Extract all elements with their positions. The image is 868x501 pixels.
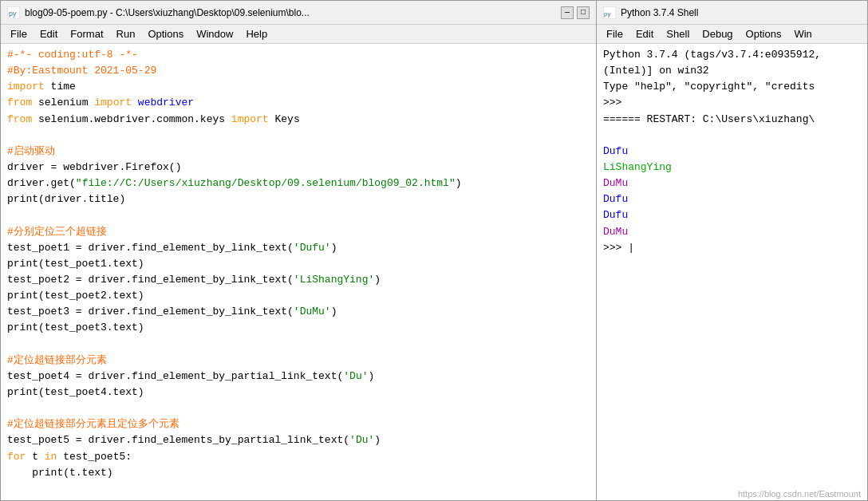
right-window-title: Python 3.7.4 Shell — [621, 7, 698, 18]
shell-prompt-final: >>> | — [603, 240, 861, 256]
code-line-24: #定位超链接部分元素且定位多个元素 — [7, 416, 590, 432]
menu-options[interactable]: Options — [141, 26, 190, 41]
code-line-16: print(test_poet2.text) — [7, 288, 590, 304]
code-line-11 — [7, 207, 590, 223]
minimize-button[interactable]: — — [561, 6, 574, 19]
left-menu-bar: File Edit Format Run Options Window Help — [1, 25, 596, 44]
python-file-icon: py — [7, 6, 20, 19]
menu-format[interactable]: Format — [64, 26, 109, 41]
shell-menu-edit[interactable]: Edit — [629, 26, 660, 41]
code-line-18: print(test_poet3.text) — [7, 320, 590, 336]
shell-line-1: Python 3.7.4 (tags/v3.7.4:e0935912, — [603, 47, 861, 63]
code-line-4: from selenium import webdriver — [7, 95, 590, 111]
code-line-5: from selenium.webdriver.common.keys impo… — [7, 112, 590, 128]
shell-menu-win[interactable]: Win — [787, 26, 818, 41]
left-editor-window: py blog09-05-poem.py - C:\Users\xiuzhang… — [0, 0, 597, 501]
code-line-20: #定位超链接部分元素 — [7, 353, 590, 369]
window-controls[interactable]: — □ — [561, 6, 590, 19]
code-line-15: test_poet2 = driver.find_element_by_link… — [7, 272, 590, 288]
shell-menu-file[interactable]: File — [600, 26, 629, 41]
maximize-button[interactable]: □ — [577, 6, 590, 19]
shell-output-lishangying: LiShangYing — [603, 160, 861, 176]
code-line-13: test_poet1 = driver.find_element_by_link… — [7, 240, 590, 256]
menu-help[interactable]: Help — [239, 26, 274, 41]
menu-window[interactable]: Window — [190, 26, 239, 41]
shell-line-6 — [603, 128, 861, 144]
code-line-7: #启动驱动 — [7, 144, 590, 160]
shell-output-dumu1: DuMu — [603, 176, 861, 191]
shell-output-dufu1: Dufu — [603, 144, 861, 160]
shell-output-dufu3: Dufu — [603, 207, 861, 223]
code-line-17: test_poet3 = driver.find_element_by_link… — [7, 304, 590, 320]
code-line-27: print(t.text) — [7, 465, 590, 481]
menu-run[interactable]: Run — [110, 26, 142, 41]
svg-text:py: py — [604, 10, 610, 18]
shell-output-dumu2: DuMu — [603, 224, 861, 240]
code-line-19 — [7, 337, 590, 353]
shell-menu-shell[interactable]: Shell — [660, 26, 696, 41]
shell-output-area: Python 3.7.4 (tags/v3.7.4:e0935912, (Int… — [597, 44, 867, 487]
shell-menu-options[interactable]: Options — [740, 26, 788, 41]
shell-line-2: (Intel)] on win32 — [603, 63, 861, 79]
right-title-bar: py Python 3.7.4 Shell — [597, 1, 867, 25]
right-shell-window: py Python 3.7.4 Shell File Edit Shell De… — [597, 0, 868, 501]
code-line-21: test_poet4 = driver.find_element_by_part… — [7, 369, 590, 385]
code-line-3: import time — [7, 79, 590, 95]
code-line-14: print(test_poet1.text) — [7, 256, 590, 272]
code-line-22: print(test_poet4.text) — [7, 385, 590, 400]
shell-line-3: Type "help", "copyright", "credits — [603, 79, 861, 95]
code-line-25: test_poet5 = driver.find_elements_by_par… — [7, 432, 590, 448]
shell-line-5: ====== RESTART: C:\Users\xiuzhang\ — [603, 112, 861, 128]
code-line-2: #By:Eastmount 2021-05-29 — [7, 63, 590, 79]
code-editor[interactable]: #-*- coding:utf-8 -*- #By:Eastmount 2021… — [1, 44, 596, 500]
python-shell-icon: py — [603, 6, 616, 19]
code-line-10: print(driver.title) — [7, 191, 590, 207]
svg-text:py: py — [9, 10, 17, 18]
right-menu-bar: File Edit Shell Debug Options Win — [597, 25, 867, 44]
code-line-8: driver = webdriver.Firefox() — [7, 160, 590, 176]
code-line-6 — [7, 128, 590, 144]
code-line-23 — [7, 400, 590, 416]
menu-file[interactable]: File — [4, 26, 34, 41]
code-line-1: #-*- coding:utf-8 -*- — [7, 47, 590, 63]
watermark-text: https://blog.csdn.net/Eastmount — [597, 487, 867, 500]
shell-line-4: >>> — [603, 95, 861, 111]
code-line-9: driver.get("file://C:/Users/xiuzhang/Des… — [7, 176, 590, 191]
left-window-title: blog09-05-poem.py - C:\Users\xiuzhang\De… — [25, 7, 310, 18]
code-line-12: #分别定位三个超链接 — [7, 224, 590, 240]
menu-edit[interactable]: Edit — [34, 26, 64, 41]
shell-menu-debug[interactable]: Debug — [696, 26, 739, 41]
left-title-bar: py blog09-05-poem.py - C:\Users\xiuzhang… — [1, 1, 596, 25]
shell-output-dufu2: Dufu — [603, 191, 861, 207]
code-line-26: for t in test_poet5: — [7, 449, 590, 465]
